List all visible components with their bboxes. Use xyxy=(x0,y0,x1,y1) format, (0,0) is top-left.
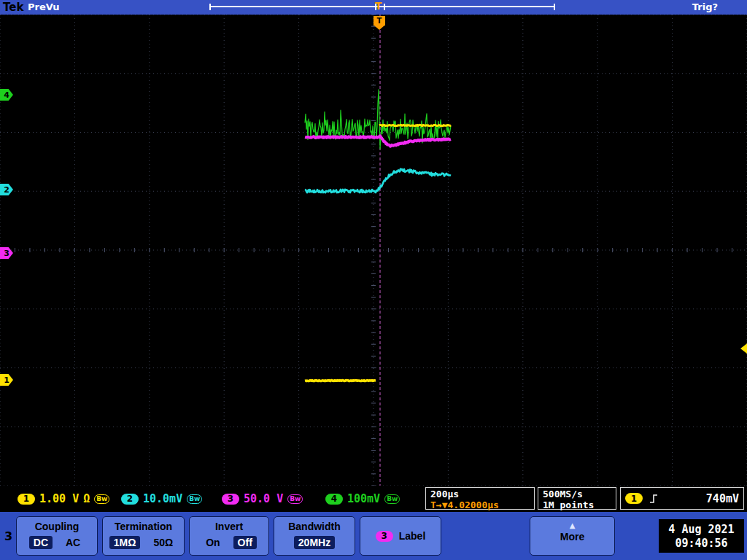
bandwidth-title: Bandwidth xyxy=(274,521,355,532)
channel-2-marker[interactable]: 2 xyxy=(0,184,13,195)
ch3-badge: 3 xyxy=(222,494,239,505)
label-channel-badge: 3 xyxy=(376,531,393,542)
coupling-dc-option[interactable]: DC xyxy=(29,536,53,549)
trigger-position-marker[interactable]: T xyxy=(375,0,382,12)
trigger-delay: T→▼4.02000µs xyxy=(430,499,530,510)
channel-1-marker[interactable]: 1 xyxy=(0,374,13,386)
termination-50ohm-option[interactable]: 50Ω xyxy=(149,536,177,549)
time-text: 09:40:56 xyxy=(675,537,727,550)
trigger-source-badge: 1 xyxy=(625,493,643,504)
label-title: Label xyxy=(399,530,426,542)
more-title: More xyxy=(530,531,614,542)
menu-channel-tab: 3 xyxy=(4,529,12,543)
ch2-badge: 2 xyxy=(121,494,139,505)
coupling-ac-option[interactable]: AC xyxy=(61,536,85,549)
record-view-tick xyxy=(384,4,385,10)
ch4-readout: 4 100mV Bw xyxy=(325,486,400,512)
ch1-scale: 1.00 V xyxy=(39,492,79,505)
ch1-readout: 1 1.00 V Ω Bw xyxy=(18,486,109,512)
ch1-badge: 1 xyxy=(18,494,35,505)
more-arrow-icon: ▲ xyxy=(530,522,614,529)
bandwidth-value[interactable]: 20MHz xyxy=(294,536,335,549)
ch4-badge: 4 xyxy=(325,494,343,505)
invert-button[interactable]: Invert On Off xyxy=(189,516,269,556)
ch2-readout: 2 10.0mV Bw xyxy=(121,486,202,512)
more-button[interactable]: ▲ More xyxy=(530,516,615,556)
ch2-scale: 10.0mV xyxy=(143,492,182,505)
invert-title: Invert xyxy=(190,521,268,532)
timebase-scale: 200µs xyxy=(430,489,530,499)
softkey-menu: 3 Coupling DC AC Termination 1MΩ 50Ω Inv… xyxy=(0,512,747,560)
record-view-strip[interactable] xyxy=(209,4,555,10)
bandwidth-limit-icon: Bw xyxy=(94,494,109,504)
waveform-display xyxy=(0,0,747,560)
acquisition-status: PreVu xyxy=(28,1,60,12)
bandwidth-button[interactable]: Bandwidth 20MHz xyxy=(274,516,355,556)
trigger-level-arrow[interactable] xyxy=(740,343,747,354)
channel-3-marker[interactable]: 3 xyxy=(0,247,13,259)
acquisition-readout: 500MS/s 1M points xyxy=(538,487,616,510)
channel-4-marker[interactable]: 4 xyxy=(0,89,13,101)
ch3-readout: 3 50.0 V Bw xyxy=(222,486,303,512)
bandwidth-limit-icon: Bw xyxy=(287,494,303,504)
ch3-scale: 50.0 V xyxy=(244,492,283,505)
invert-on-option[interactable]: On xyxy=(201,536,224,549)
termination-title: Termination xyxy=(103,521,184,532)
trigger-status: Trig? xyxy=(692,1,718,12)
ohm-icon: Ω xyxy=(83,492,90,505)
termination-1mohm-option[interactable]: 1MΩ xyxy=(109,536,141,549)
top-status-bar: Tek PreVu T Trig? xyxy=(0,0,747,15)
ch4-scale: 100mV xyxy=(347,492,380,505)
record-length: 1M points xyxy=(543,499,611,510)
sample-rate: 500MS/s xyxy=(543,489,611,499)
tek-logo: Tek xyxy=(3,1,23,14)
datetime-display: 4 Aug 2021 09:40:56 xyxy=(659,519,744,553)
bandwidth-limit-icon: Bw xyxy=(384,494,400,504)
trigger-flag[interactable]: T xyxy=(374,16,385,26)
termination-button[interactable]: Termination 1MΩ 50Ω xyxy=(102,516,185,556)
date-text: 4 Aug 2021 xyxy=(668,523,734,536)
invert-off-option[interactable]: Off xyxy=(233,536,257,549)
label-button[interactable]: 3 Label xyxy=(360,516,441,556)
timebase-readout: 200µs T→▼4.02000µs xyxy=(425,487,535,510)
oscilloscope-screen: Tek PreVu T Trig? T 4231 1 1.00 V Ω Bw 2… xyxy=(0,0,747,560)
coupling-button[interactable]: Coupling DC AC xyxy=(16,516,98,556)
trigger-slope-icon xyxy=(649,493,659,505)
readout-bar: 1 1.00 V Ω Bw 2 10.0mV Bw 3 50.0 V Bw 4 … xyxy=(0,486,747,512)
coupling-title: Coupling xyxy=(17,521,97,532)
trigger-readout: 1 740mV xyxy=(620,487,744,510)
trigger-level: 740mV xyxy=(706,492,739,505)
bandwidth-limit-icon: Bw xyxy=(187,494,202,504)
